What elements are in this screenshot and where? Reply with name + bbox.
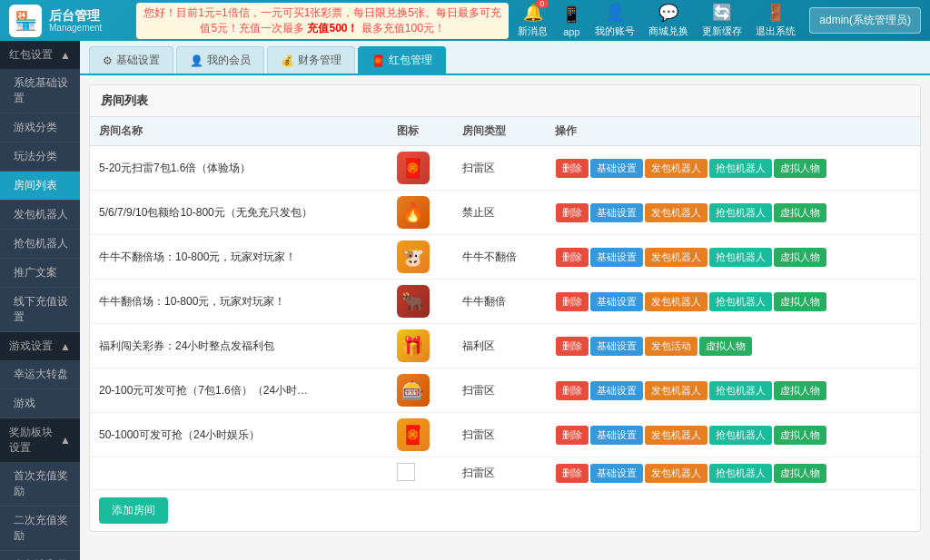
tab-label-finance: 财务管理: [298, 53, 341, 68]
op-btn-发包机器人[interactable]: 发包机器人: [645, 381, 707, 400]
op-btn-虚拟人物[interactable]: 虚拟人物: [774, 203, 826, 222]
layout: 红包设置 ▲ 系统基础设置 游戏分类 玩法分类 房间列表 发包机器人 抢包机器人…: [0, 41, 930, 560]
op-btn-删除[interactable]: 删除: [556, 337, 589, 356]
sidebar-item-jichushezhi[interactable]: 系统基础设置: [0, 69, 80, 113]
game-icon: 🎁: [397, 329, 430, 362]
sidebar-item-youxifenlei[interactable]: 游戏分类: [0, 113, 80, 142]
col-type: 房间类型: [453, 117, 547, 146]
op-btn-发包机器人[interactable]: 发包机器人: [645, 426, 707, 445]
op-btn-基础设置[interactable]: 基础设置: [590, 426, 643, 445]
message-badge: 0: [536, 0, 549, 8]
logo-subtitle: Management: [49, 23, 102, 33]
table-head: 房间名称 图标 房间类型 操作: [90, 117, 920, 146]
sidebar-item-youxi2[interactable]: 游戏: [0, 389, 80, 418]
room-icon-cell: 🎁: [388, 324, 453, 368]
settings-icon: ⚙: [103, 54, 113, 67]
sidebar-item-xiaxianchongzhi[interactable]: 线下充值设置: [0, 288, 80, 332]
collapse-icon-youxi: ▲: [60, 340, 71, 353]
sidebar-item-tuiguangwengan[interactable]: 推广文案: [0, 259, 80, 288]
action-refresh-cache[interactable]: 🔄 更新缓存: [702, 3, 742, 38]
op-btn-基础设置[interactable]: 基础设置: [590, 337, 643, 356]
action-xinxiaoxi[interactable]: 🔔0 新消息: [518, 3, 548, 38]
room-type-cell: 扫雷区: [453, 146, 547, 191]
action-app[interactable]: 📱 app: [561, 5, 581, 37]
op-btn-虚拟人物[interactable]: 虚拟人物: [774, 426, 826, 445]
op-btn-删除[interactable]: 删除: [556, 292, 589, 311]
tab-redpacket[interactable]: 🧧 红包管理: [358, 46, 446, 74]
op-btn-删除[interactable]: 删除: [556, 248, 589, 267]
op-btn-抢包机器人[interactable]: 抢包机器人: [709, 248, 772, 267]
op-btn-虚拟人物[interactable]: 虚拟人物: [774, 159, 826, 178]
room-type-cell: 扫雷区: [453, 368, 547, 413]
op-btn-删除[interactable]: 删除: [556, 426, 589, 445]
sidebar-item-qiangbaojiqi[interactable]: 抢包机器人: [0, 230, 80, 259]
room-type-cell: 牛牛不翻倍: [453, 235, 547, 280]
logo: 🏪 后台管理 Management: [9, 5, 127, 37]
tab-basic-settings[interactable]: ⚙ 基础设置: [89, 46, 173, 74]
sidebar-section-hongbao[interactable]: 红包设置 ▲: [0, 41, 80, 69]
op-btn-发包机器人[interactable]: 发包机器人: [645, 159, 707, 178]
table-wrapper: 房间名称 图标 房间类型 操作 5-20元扫雷7包1.6倍（体验场）🧧扫雷区删除…: [90, 117, 920, 490]
game-icon: 🧧: [397, 418, 430, 451]
op-btn-虚拟人物[interactable]: 虚拟人物: [774, 381, 826, 400]
shop-icon: 💬: [658, 3, 678, 23]
op-btn-基础设置[interactable]: 基础设置: [590, 248, 643, 267]
room-type-cell: 禁止区: [453, 191, 547, 235]
table-row: 福利闯关彩券：24小时整点发福利包🎁福利区删除基础设置发包活动虚拟人物: [90, 324, 920, 368]
sidebar-item-fangjianliebiao[interactable]: 房间列表: [0, 172, 80, 201]
op-btn-基础设置[interactable]: 基础设置: [590, 159, 643, 178]
admin-button[interactable]: admin(系统管理员): [809, 7, 921, 34]
room-icon-cell: 🐂: [388, 280, 453, 324]
action-shop[interactable]: 💬 商城兑换: [648, 3, 688, 38]
sidebar-item-wanfafenlei[interactable]: 玩法分类: [0, 142, 80, 172]
op-btn-抢包机器人[interactable]: 抢包机器人: [709, 159, 772, 178]
room-name-cell: 牛牛不翻倍场：10-800元，玩家对玩家！: [90, 235, 388, 280]
table-row: 5/6/7/9/10包额给10-800元（无免充只发包）🔥禁止区删除基础设置发包…: [90, 191, 920, 235]
collapse-icon-jiangli: ▲: [60, 434, 71, 447]
op-btn-抢包机器人[interactable]: 抢包机器人: [709, 426, 772, 445]
op-btn-发包机器人[interactable]: 发包机器人: [645, 464, 707, 483]
sidebar-item-fabaogunfan[interactable]: 发包滚翻奖励: [0, 551, 80, 560]
sidebar-item-shoucichongzhi[interactable]: 首次充值奖励: [0, 462, 80, 506]
op-btn-抢包机器人[interactable]: 抢包机器人: [709, 203, 772, 222]
op-btn-基础设置[interactable]: 基础设置: [590, 203, 643, 222]
op-btn-发包机器人[interactable]: 发包机器人: [645, 248, 707, 267]
op-btn-虚拟人物[interactable]: 虚拟人物: [774, 248, 826, 267]
op-btn-基础设置[interactable]: 基础设置: [590, 292, 643, 311]
op-btn-虚拟人物[interactable]: 虚拟人物: [699, 337, 752, 356]
op-btn-虚拟人物[interactable]: 虚拟人物: [774, 464, 826, 483]
logo-icon: 🏪: [9, 5, 42, 37]
room-icon-cell: 🎰: [388, 368, 453, 413]
action-logout[interactable]: 🚪 退出系统: [756, 3, 796, 38]
op-btn-抢包机器人[interactable]: 抢包机器人: [709, 292, 772, 311]
sidebar-item-xingyin[interactable]: 幸运大转盘: [0, 360, 80, 389]
op-btn-删除[interactable]: 删除: [556, 159, 589, 178]
op-btn-虚拟人物[interactable]: 虚拟人物: [774, 292, 826, 311]
tab-bar: ⚙ 基础设置 👤 我的会员 💰 财务管理 🧧 红包管理: [80, 41, 930, 75]
sidebar-section-jiangli[interactable]: 奖励板块设置 ▲: [0, 418, 80, 462]
table-row: 50-1000可发可抢（24小时娱乐）🧧扫雷区删除基础设置发包机器人抢包机器人虚…: [90, 413, 920, 457]
sidebar-section-youxi[interactable]: 游戏设置 ▲: [0, 332, 80, 360]
add-room-button[interactable]: 添加房间: [99, 497, 168, 524]
room-name-cell: [90, 457, 388, 490]
tab-members[interactable]: 👤 我的会员: [176, 46, 264, 74]
notice-highlight: 充值500！: [307, 22, 358, 34]
room-table: 房间名称 图标 房间类型 操作 5-20元扫雷7包1.6倍（体验场）🧧扫雷区删除…: [90, 117, 920, 490]
op-btn-发包机器人[interactable]: 发包机器人: [645, 292, 707, 311]
op-btn-抢包机器人[interactable]: 抢包机器人: [709, 381, 772, 400]
op-btn-抢包机器人[interactable]: 抢包机器人: [709, 464, 772, 483]
tab-finance[interactable]: 💰 财务管理: [267, 46, 355, 74]
op-btn-基础设置[interactable]: 基础设置: [590, 464, 643, 483]
action-myaccount[interactable]: 👤 我的账号: [595, 3, 635, 38]
sidebar-item-fabaojiqi[interactable]: 发包机器人: [0, 201, 80, 230]
room-type-cell: 牛牛翻倍: [453, 280, 547, 324]
sidebar-item-ercichongzhi[interactable]: 二次充值奖励: [0, 506, 80, 551]
room-ops-cell: 删除基础设置发包机器人抢包机器人虚拟人物: [546, 413, 920, 457]
op-btn-基础设置[interactable]: 基础设置: [590, 381, 643, 400]
op-btn-删除[interactable]: 删除: [556, 203, 589, 222]
op-btn-删除[interactable]: 删除: [556, 464, 589, 483]
op-btn-发包活动[interactable]: 发包活动: [645, 337, 698, 356]
op-btn-发包机器人[interactable]: 发包机器人: [645, 203, 707, 222]
op-btn-删除[interactable]: 删除: [556, 381, 589, 400]
room-ops-cell: 删除基础设置发包机器人抢包机器人虚拟人物: [546, 235, 920, 280]
